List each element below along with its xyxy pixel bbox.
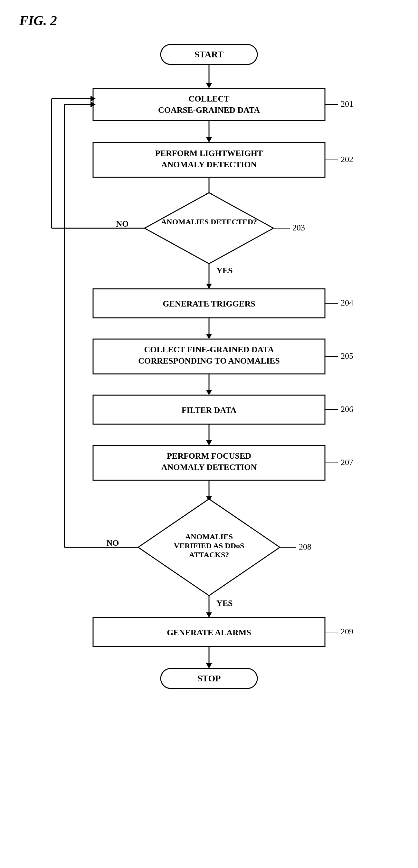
svg-text:NO: NO <box>107 538 119 548</box>
svg-text:204: 204 <box>341 298 353 308</box>
svg-text:206: 206 <box>341 404 353 414</box>
svg-text:ANOMALIES: ANOMALIES <box>185 532 233 541</box>
svg-text:YES: YES <box>216 266 233 275</box>
svg-text:CORRESPONDING TO ANOMALIES: CORRESPONDING TO ANOMALIES <box>138 356 280 366</box>
svg-text:207: 207 <box>341 458 353 467</box>
svg-text:GENERATE ALARMS: GENERATE ALARMS <box>167 628 251 637</box>
svg-text:202: 202 <box>341 155 353 164</box>
svg-text:PERFORM LIGHTWEIGHT: PERFORM LIGHTWEIGHT <box>155 149 263 158</box>
svg-text:YES: YES <box>216 598 233 608</box>
svg-text:GENERATE TRIGGERS: GENERATE TRIGGERS <box>163 299 255 308</box>
svg-text:ATTACKS?: ATTACKS? <box>189 551 229 559</box>
svg-text:NO: NO <box>116 219 129 228</box>
svg-text:COLLECT: COLLECT <box>188 94 229 103</box>
svg-text:201: 201 <box>341 99 353 108</box>
svg-text:205: 205 <box>341 351 353 361</box>
svg-text:ANOMALY DETECTION: ANOMALY DETECTION <box>161 160 257 169</box>
svg-text:208: 208 <box>299 542 311 552</box>
svg-text:203: 203 <box>292 223 305 232</box>
svg-text:VERIFIED AS DDoS: VERIFIED AS DDoS <box>174 541 244 550</box>
svg-rect-5 <box>93 88 325 121</box>
page: FIG. 2 START COLLECT COARSE-GRAINED DATA… <box>0 0 418 868</box>
svg-text:FILTER DATA: FILTER DATA <box>182 405 237 415</box>
svg-text:ANOMALY DETECTION: ANOMALY DETECTION <box>161 463 257 472</box>
svg-text:START: START <box>195 49 224 59</box>
figure-title: FIG. 2 <box>19 13 399 28</box>
svg-text:ANOMALIES DETECTED?: ANOMALIES DETECTED? <box>161 218 257 226</box>
svg-text:COARSE-GRAINED DATA: COARSE-GRAINED DATA <box>158 105 260 115</box>
svg-text:COLLECT FINE-GRAINED DATA: COLLECT FINE-GRAINED DATA <box>144 345 274 354</box>
svg-text:209: 209 <box>341 627 353 636</box>
svg-text:STOP: STOP <box>198 673 221 683</box>
svg-text:PERFORM FOCUSED: PERFORM FOCUSED <box>167 451 251 461</box>
